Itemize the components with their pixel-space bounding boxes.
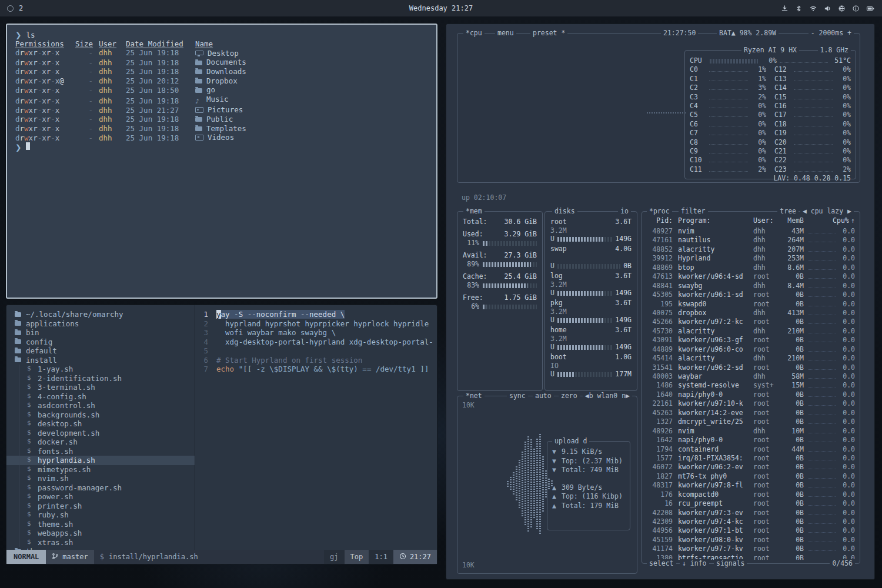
tree-item[interactable]: backgrounds.sh <box>6 410 195 420</box>
process-row[interactable]: 48869 btop dhh 8.6M 0.0 <box>648 263 855 272</box>
tree-item[interactable]: fonts.sh <box>6 447 195 456</box>
menu-button[interactable]: menu <box>495 29 516 38</box>
process-row[interactable]: 47161 nautilus dhh 264M 0.0 <box>648 236 855 245</box>
process-panel-title[interactable]: *proc <box>647 207 672 216</box>
preset-button[interactable]: preset * <box>530 29 567 38</box>
workspace-number[interactable]: 2 <box>19 4 23 12</box>
header-cpu[interactable]: Cpu% <box>833 216 848 225</box>
terminal-window-ls[interactable]: ❯ls Permissions Size User Date Modified … <box>6 24 437 299</box>
updates-icon[interactable] <box>781 5 789 12</box>
signals-button[interactable]: signals <box>714 559 747 568</box>
process-row[interactable]: 45730 alacritty dhh 210M 0.0 <box>648 327 855 336</box>
refresh-interval-control[interactable]: - 2000ms + <box>808 29 854 38</box>
tree-item[interactable]: nvim.sh <box>6 474 195 483</box>
process-row[interactable]: 22161 kworker/u97:10-k root 0B 0.0 <box>648 399 855 408</box>
process-row[interactable]: 48317 kworker/u97:8-fl root 0B 0.0 <box>648 481 855 490</box>
tree-item[interactable]: ruby.sh <box>6 510 195 520</box>
process-row[interactable]: 1577 irq/81-PIXA3854: root 0B 0.0 <box>648 454 855 463</box>
process-row[interactable]: 42208 kworker/u97:3-ev root 0B 0.0 <box>648 509 855 517</box>
process-row[interactable]: 31541 kworker/u96:2-sd root 0B 0.0 <box>648 363 855 372</box>
system-monitor-window[interactable]: *cpu menu preset * 21:27:50 BAT▲ 98% 2.8… <box>446 24 875 580</box>
tree-item[interactable]: docker.sh <box>6 437 195 447</box>
tree-item[interactable]: asdcontrol.sh <box>6 401 195 410</box>
filter-button[interactable]: filter <box>679 207 708 216</box>
process-row[interactable]: 48927 nvim dhh 43M 0.0 <box>648 227 855 236</box>
process-row[interactable]: 45305 kworker/u96:1-sd root 0B 0.0 <box>648 290 855 299</box>
tree-item[interactable]: xtras.sh <box>6 538 195 547</box>
tree-item[interactable]: power.sh <box>6 492 195 502</box>
io-toggle[interactable]: io <box>618 207 631 216</box>
info-button[interactable]: ↓ info <box>680 559 709 568</box>
workspace-icon[interactable] <box>7 5 14 12</box>
process-row[interactable]: 45414 alacritty dhh 210M 0.0 <box>648 354 855 363</box>
process-row[interactable]: 1827 mt76-tx phy0 root 0B 0.0 <box>648 472 855 481</box>
net-zero-toggle[interactable]: zero <box>559 392 580 400</box>
header-mem[interactable]: MemB <box>780 216 804 225</box>
net-interface-switcher[interactable]: ◀b wlan0 n▶ <box>583 392 632 400</box>
process-row[interactable]: 43091 kworker/u96:3-gf root 0B 0.0 <box>648 336 855 345</box>
tree-item[interactable]: bin <box>6 328 195 338</box>
process-row[interactable]: 48852 alacritty dhh 207M 0.0 <box>648 245 855 254</box>
process-row[interactable]: 1642 napi/phy0-0 root 0B 0.0 <box>648 436 855 445</box>
tree-item[interactable]: webapps.sh <box>6 529 195 538</box>
process-row[interactable]: 1486 systemd-resolve syst+ 15M 0.0 <box>648 381 855 390</box>
process-row[interactable]: 1380 btrfs-transactio root 0B 0.0 <box>648 554 855 560</box>
process-row[interactable]: 48841 swaybg dhh 8.4M 0.0 <box>648 282 855 290</box>
disks-panel-title[interactable]: disks <box>552 207 577 216</box>
memory-panel-title[interactable]: *mem <box>463 207 485 216</box>
process-row[interactable]: 1794 containerd root 44M 0.0 <box>648 445 855 454</box>
tree-root[interactable]: ~/.local/share/omarchy <box>6 310 195 319</box>
process-row[interactable]: 46072 kworker/u96:2-ev root 0B 0.0 <box>648 463 855 472</box>
tree-item[interactable]: mimetypes.sh <box>6 465 195 475</box>
volume-icon[interactable] <box>824 5 831 12</box>
process-row[interactable]: 45266 kworker/u97:2-kc root 0B 0.0 <box>648 318 855 326</box>
battery-icon[interactable] <box>866 5 875 12</box>
process-row[interactable]: 176 kcompactd0 root 0B 0.0 <box>648 490 855 499</box>
tree-item[interactable]: printer.sh <box>6 502 195 511</box>
tree-item[interactable]: 3-terminal.sh <box>6 383 195 392</box>
sort-selector[interactable]: ◀ cpu lazy ▶ <box>800 207 854 216</box>
editor-window[interactable]: ~/.local/share/omarchy applications bin <box>6 305 437 564</box>
process-row[interactable]: 45159 kworker/u98:0-kv root 0B 0.0 <box>648 536 855 544</box>
process-row[interactable]: 48926 nvim dhh 10M 0.0 <box>648 427 855 436</box>
header-program[interactable]: Program: <box>678 216 753 225</box>
process-row[interactable]: 41174 kworker/u97:7-kv root 0B 0.0 <box>648 544 855 553</box>
cpu-panel-title[interactable]: *cpu <box>463 29 485 38</box>
tree-item[interactable]: config <box>6 338 195 347</box>
process-row[interactable]: 39912 Hyprland dhh 253M 0.0 <box>648 254 855 263</box>
tree-item[interactable]: install <box>6 356 195 365</box>
net-auto-toggle[interactable]: auto <box>533 392 554 400</box>
process-row[interactable]: 42309 kworker/u97:4-kc root 0B 0.0 <box>648 517 855 526</box>
network-panel-title[interactable]: *net <box>463 392 485 400</box>
wifi-icon[interactable] <box>809 5 817 12</box>
file-tree-pane[interactable]: ~/.local/share/omarchy applications bin <box>6 305 195 550</box>
process-row[interactable]: 195 kswapd0 root 0B 0.0 <box>648 300 855 309</box>
prompt-line[interactable]: ❯ <box>15 142 428 152</box>
net-sync-toggle[interactable]: sync <box>507 392 528 400</box>
info-icon[interactable] <box>852 5 860 12</box>
tree-item[interactable]: 1-yay.sh <box>6 365 195 374</box>
header-user[interactable]: User: <box>753 216 780 225</box>
process-row[interactable]: 40075 dropbox dhh 413M 0.0 <box>648 309 855 318</box>
tree-item[interactable]: theme.sh <box>6 520 195 529</box>
tree-item[interactable]: 4-config.sh <box>6 392 195 402</box>
process-row[interactable]: 40003 waybar dhh 58M 0.0 <box>648 372 855 381</box>
tree-item[interactable]: desktop.sh <box>6 419 195 429</box>
process-row[interactable]: 1327 dmcrypt_write/25 root 0B 0.0 <box>648 417 855 426</box>
process-row[interactable]: 44889 kworker/u96:0-co root 0B 0.0 <box>648 345 855 354</box>
tree-item[interactable]: applications <box>6 319 195 329</box>
process-row[interactable]: 1640 napi/phy0-0 root 0B 0.0 <box>648 390 855 399</box>
process-row[interactable]: 16 rcu_preempt root 0B 0.0 <box>648 499 855 508</box>
tree-item[interactable]: default <box>6 346 195 356</box>
globe-icon[interactable] <box>838 5 846 12</box>
editor-pane[interactable]: 1 yay -S --noconfirm --needed \ 2 hyprla… <box>195 305 437 550</box>
header-pid[interactable]: Pid: <box>648 216 673 225</box>
select-button[interactable]: select <box>647 559 676 568</box>
bluetooth-icon[interactable] <box>795 5 803 12</box>
process-row[interactable]: 47613 kworker/u96:4-sd root 0B 0.0 <box>648 272 855 281</box>
tree-item[interactable]: hyprlandia.sh <box>6 456 195 465</box>
tree-toggle[interactable]: tree <box>777 207 799 216</box>
tree-item[interactable]: password-manager.sh <box>6 483 195 493</box>
process-row[interactable]: 44956 kworker/u97:1-bt root 0B 0.0 <box>648 526 855 535</box>
tree-item[interactable]: development.sh <box>6 429 195 438</box>
